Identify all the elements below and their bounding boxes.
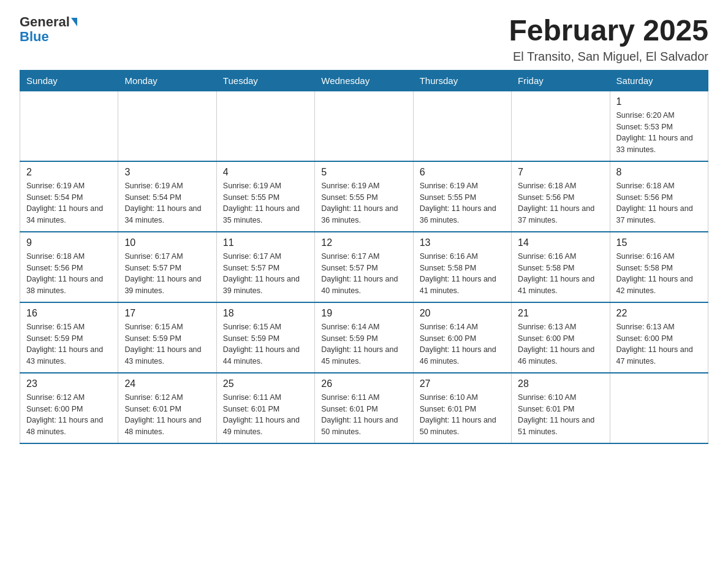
title-block: February 2025 El Transito, San Miguel, E…	[509, 15, 708, 64]
calendar-week-1: 1Sunrise: 6:20 AM Sunset: 5:53 PM Daylig…	[20, 91, 708, 161]
day-info: Sunrise: 6:18 AM Sunset: 5:56 PM Dayligh…	[518, 180, 603, 226]
calendar-week-3: 9Sunrise: 6:18 AM Sunset: 5:56 PM Daylig…	[20, 232, 708, 302]
calendar-cell: 17Sunrise: 6:15 AM Sunset: 5:59 PM Dayli…	[118, 302, 216, 373]
day-number: 18	[223, 308, 308, 319]
calendar-cell: 15Sunrise: 6:16 AM Sunset: 5:58 PM Dayli…	[610, 232, 708, 302]
day-info: Sunrise: 6:10 AM Sunset: 6:01 PM Dayligh…	[420, 392, 505, 438]
day-number: 27	[420, 378, 505, 389]
day-info: Sunrise: 6:16 AM Sunset: 5:58 PM Dayligh…	[420, 251, 505, 297]
page-header: General Blue February 2025 El Transito, …	[20, 15, 708, 64]
logo: General Blue	[20, 15, 77, 44]
calendar-cell: 28Sunrise: 6:10 AM Sunset: 6:01 PM Dayli…	[512, 373, 610, 443]
logo-arrow-icon	[71, 18, 77, 26]
calendar-cell: 1Sunrise: 6:20 AM Sunset: 5:53 PM Daylig…	[610, 91, 708, 161]
calendar-cell: 26Sunrise: 6:11 AM Sunset: 6:01 PM Dayli…	[315, 373, 413, 443]
calendar-cell: 11Sunrise: 6:17 AM Sunset: 5:57 PM Dayli…	[216, 232, 314, 302]
day-number: 4	[223, 167, 308, 178]
calendar-cell	[610, 373, 708, 443]
calendar-cell: 9Sunrise: 6:18 AM Sunset: 5:56 PM Daylig…	[20, 232, 118, 302]
day-info: Sunrise: 6:17 AM Sunset: 5:57 PM Dayligh…	[124, 251, 210, 297]
day-info: Sunrise: 6:19 AM Sunset: 5:55 PM Dayligh…	[223, 180, 308, 226]
calendar-week-5: 23Sunrise: 6:12 AM Sunset: 6:00 PM Dayli…	[20, 373, 708, 443]
day-number: 5	[321, 167, 406, 178]
day-number: 9	[26, 237, 112, 248]
calendar-cell: 22Sunrise: 6:13 AM Sunset: 6:00 PM Dayli…	[610, 302, 708, 373]
calendar-cell: 23Sunrise: 6:12 AM Sunset: 6:00 PM Dayli…	[20, 373, 118, 443]
day-info: Sunrise: 6:19 AM Sunset: 5:55 PM Dayligh…	[321, 180, 406, 226]
calendar-cell	[118, 91, 216, 161]
day-number: 6	[420, 167, 505, 178]
day-number: 28	[518, 378, 603, 389]
day-info: Sunrise: 6:17 AM Sunset: 5:57 PM Dayligh…	[321, 251, 406, 297]
calendar-cell: 20Sunrise: 6:14 AM Sunset: 6:00 PM Dayli…	[413, 302, 511, 373]
calendar-cell: 25Sunrise: 6:11 AM Sunset: 6:01 PM Dayli…	[216, 373, 314, 443]
calendar-cell	[413, 91, 511, 161]
day-number: 1	[616, 96, 702, 107]
day-info: Sunrise: 6:14 AM Sunset: 5:59 PM Dayligh…	[321, 321, 406, 367]
day-number: 10	[124, 237, 210, 248]
weekday-header-sunday: Sunday	[20, 70, 118, 91]
day-number: 13	[420, 237, 505, 248]
day-number: 19	[321, 308, 406, 319]
calendar-cell: 19Sunrise: 6:14 AM Sunset: 5:59 PM Dayli…	[315, 302, 413, 373]
day-info: Sunrise: 6:15 AM Sunset: 5:59 PM Dayligh…	[26, 321, 112, 367]
calendar-cell	[315, 91, 413, 161]
calendar-cell: 4Sunrise: 6:19 AM Sunset: 5:55 PM Daylig…	[216, 161, 314, 232]
weekday-header-monday: Monday	[118, 70, 216, 91]
day-info: Sunrise: 6:19 AM Sunset: 5:54 PM Dayligh…	[124, 180, 210, 226]
weekday-header-saturday: Saturday	[610, 70, 708, 91]
day-info: Sunrise: 6:12 AM Sunset: 6:01 PM Dayligh…	[124, 392, 210, 438]
page-subtitle: El Transito, San Miguel, El Salvador	[509, 50, 708, 64]
day-number: 24	[124, 378, 210, 389]
day-info: Sunrise: 6:15 AM Sunset: 5:59 PM Dayligh…	[223, 321, 308, 367]
day-number: 21	[518, 308, 603, 319]
day-info: Sunrise: 6:17 AM Sunset: 5:57 PM Dayligh…	[223, 251, 308, 297]
day-number: 8	[616, 167, 702, 178]
day-info: Sunrise: 6:20 AM Sunset: 5:53 PM Dayligh…	[616, 110, 702, 156]
day-number: 3	[124, 167, 210, 178]
calendar-week-2: 2Sunrise: 6:19 AM Sunset: 5:54 PM Daylig…	[20, 161, 708, 232]
day-info: Sunrise: 6:10 AM Sunset: 6:01 PM Dayligh…	[518, 392, 603, 438]
day-number: 11	[223, 237, 308, 248]
day-number: 15	[616, 237, 702, 248]
day-number: 16	[26, 308, 112, 319]
calendar-cell: 18Sunrise: 6:15 AM Sunset: 5:59 PM Dayli…	[216, 302, 314, 373]
calendar-cell: 3Sunrise: 6:19 AM Sunset: 5:54 PM Daylig…	[118, 161, 216, 232]
calendar-cell: 24Sunrise: 6:12 AM Sunset: 6:01 PM Dayli…	[118, 373, 216, 443]
calendar-cell: 21Sunrise: 6:13 AM Sunset: 6:00 PM Dayli…	[512, 302, 610, 373]
day-info: Sunrise: 6:16 AM Sunset: 5:58 PM Dayligh…	[616, 251, 702, 297]
weekday-header-tuesday: Tuesday	[216, 70, 314, 91]
calendar-table: SundayMondayTuesdayWednesdayThursdayFrid…	[20, 70, 708, 444]
weekday-header-friday: Friday	[512, 70, 610, 91]
day-info: Sunrise: 6:14 AM Sunset: 6:00 PM Dayligh…	[420, 321, 505, 367]
calendar-cell: 13Sunrise: 6:16 AM Sunset: 5:58 PM Dayli…	[413, 232, 511, 302]
day-info: Sunrise: 6:18 AM Sunset: 5:56 PM Dayligh…	[616, 180, 702, 226]
day-number: 22	[616, 308, 702, 319]
day-info: Sunrise: 6:19 AM Sunset: 5:55 PM Dayligh…	[420, 180, 505, 226]
weekday-header-row: SundayMondayTuesdayWednesdayThursdayFrid…	[20, 70, 708, 91]
logo-text-blue: Blue	[20, 29, 49, 44]
day-info: Sunrise: 6:13 AM Sunset: 6:00 PM Dayligh…	[518, 321, 603, 367]
calendar-cell	[20, 91, 118, 161]
calendar-cell	[512, 91, 610, 161]
calendar-cell: 12Sunrise: 6:17 AM Sunset: 5:57 PM Dayli…	[315, 232, 413, 302]
weekday-header-thursday: Thursday	[413, 70, 511, 91]
day-info: Sunrise: 6:11 AM Sunset: 6:01 PM Dayligh…	[321, 392, 406, 438]
day-number: 14	[518, 237, 603, 248]
calendar-cell: 7Sunrise: 6:18 AM Sunset: 5:56 PM Daylig…	[512, 161, 610, 232]
logo-text-general: General	[20, 15, 70, 29]
day-number: 7	[518, 167, 603, 178]
day-info: Sunrise: 6:18 AM Sunset: 5:56 PM Dayligh…	[26, 251, 112, 297]
day-number: 20	[420, 308, 505, 319]
calendar-cell: 27Sunrise: 6:10 AM Sunset: 6:01 PM Dayli…	[413, 373, 511, 443]
day-info: Sunrise: 6:15 AM Sunset: 5:59 PM Dayligh…	[124, 321, 210, 367]
day-number: 26	[321, 378, 406, 389]
weekday-header-wednesday: Wednesday	[315, 70, 413, 91]
day-number: 2	[26, 167, 112, 178]
day-info: Sunrise: 6:16 AM Sunset: 5:58 PM Dayligh…	[518, 251, 603, 297]
calendar-cell	[216, 91, 314, 161]
calendar-cell: 14Sunrise: 6:16 AM Sunset: 5:58 PM Dayli…	[512, 232, 610, 302]
calendar-body: 1Sunrise: 6:20 AM Sunset: 5:53 PM Daylig…	[20, 91, 708, 443]
day-info: Sunrise: 6:11 AM Sunset: 6:01 PM Dayligh…	[223, 392, 308, 438]
day-number: 12	[321, 237, 406, 248]
